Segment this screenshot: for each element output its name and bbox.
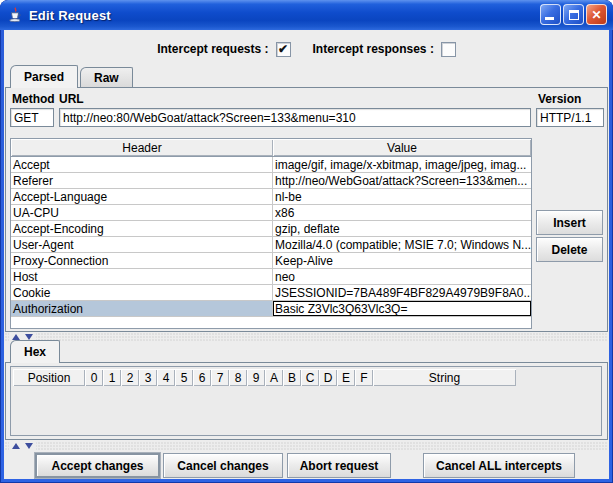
- split-divider-top[interactable]: [5, 333, 608, 341]
- value-cell[interactable]: image/gif, image/x-xbitmap, image/jpeg, …: [273, 157, 531, 172]
- headers-table: Header Value Acceptimage/gif, image/x-xb…: [10, 138, 532, 329]
- parsed-tab-content: Method URL Version GET http://neo:80/Web…: [5, 87, 608, 332]
- method-input[interactable]: GET: [10, 108, 54, 127]
- headers-table-header: Header Value: [11, 139, 531, 157]
- headers-table-body: Acceptimage/gif, image/x-xbitmap, image/…: [11, 157, 531, 328]
- hex-nibble-column[interactable]: C: [301, 369, 319, 386]
- cancel-all-intercepts-button[interactable]: Cancel ALL intercepts: [423, 453, 575, 478]
- java-icon: [7, 7, 23, 23]
- version-label: Version: [538, 92, 581, 106]
- hex-position-column[interactable]: Position: [13, 369, 85, 386]
- header-cell[interactable]: Host: [11, 269, 273, 284]
- header-cell[interactable]: Cookie: [11, 285, 273, 300]
- hex-nibble-column[interactable]: 8: [229, 369, 247, 386]
- hex-nibble-column[interactable]: 6: [193, 369, 211, 386]
- accept-changes-button[interactable]: Accept changes: [35, 453, 160, 478]
- table-row[interactable]: Acceptimage/gif, image/x-xbitmap, image/…: [11, 157, 531, 173]
- window-controls: ✕: [540, 4, 607, 25]
- request-tabpane: Parsed Raw Method URL Version GET http:/…: [5, 66, 608, 332]
- value-cell-editor[interactable]: Basic Z3Vlc3Q63Vlc3Q=: [273, 301, 531, 316]
- window-title: Edit Request: [29, 8, 111, 23]
- divider-arrows: [9, 442, 36, 450]
- close-button[interactable]: ✕: [586, 4, 607, 25]
- header-cell[interactable]: Referer: [11, 173, 273, 188]
- value-cell[interactable]: Mozilla/4.0 (compatible; MSIE 7.0; Windo…: [273, 237, 531, 252]
- hex-nibble-column[interactable]: 7: [211, 369, 229, 386]
- value-cell[interactable]: x86: [273, 205, 531, 220]
- table-row[interactable]: UA-CPUx86: [11, 205, 531, 221]
- tab-raw[interactable]: Raw: [80, 67, 133, 87]
- request-tabs: Parsed Raw: [5, 66, 608, 87]
- delete-button[interactable]: Delete: [536, 237, 603, 262]
- close-icon: ✕: [591, 8, 601, 22]
- hex-tabs: Hex: [5, 341, 608, 362]
- hex-table: Position0123456789ABCDEFString: [10, 366, 602, 436]
- hex-header-row: Position0123456789ABCDEFString: [13, 369, 516, 386]
- method-label: Method: [12, 92, 55, 106]
- value-cell[interactable]: neo: [273, 269, 531, 284]
- minimize-icon: [545, 17, 554, 20]
- hex-nibble-column[interactable]: D: [319, 369, 337, 386]
- hex-nibble-column[interactable]: A: [265, 369, 283, 386]
- url-label: URL: [59, 92, 84, 106]
- table-row[interactable]: Proxy-ConnectionKeep-Alive: [11, 253, 531, 269]
- header-cell[interactable]: Accept: [11, 157, 273, 172]
- value-cell[interactable]: gzip, deflate: [273, 221, 531, 236]
- value-cell[interactable]: JSESSIONID=7BA489F4BF829A4979B9F8A0...: [273, 285, 531, 300]
- url-input[interactable]: http://neo:80/WebGoat/attack?Screen=133&…: [59, 108, 531, 127]
- header-cell[interactable]: Authorization: [11, 301, 273, 316]
- expand-down-icon[interactable]: [25, 443, 33, 449]
- hex-nibble-column[interactable]: 9: [247, 369, 265, 386]
- table-row[interactable]: Hostneo: [11, 269, 531, 285]
- hex-string-column[interactable]: String: [373, 369, 516, 386]
- value-cell[interactable]: nl-be: [273, 189, 531, 204]
- hex-nibble-column[interactable]: E: [337, 369, 355, 386]
- table-row[interactable]: Refererhttp://neo/WebGoat/attack?Screen=…: [11, 173, 531, 189]
- hex-nibble-column[interactable]: F: [355, 369, 373, 386]
- table-row[interactable]: User-AgentMozilla/4.0 (compatible; MSIE …: [11, 237, 531, 253]
- hex-tab-content: Position0123456789ABCDEFString: [5, 362, 608, 440]
- intercept-responses-checkbox[interactable]: ✔: [441, 42, 456, 57]
- version-input[interactable]: HTTP/1.1: [536, 108, 604, 127]
- hex-nibble-column[interactable]: 1: [103, 369, 121, 386]
- table-row[interactable]: Accept-Languagenl-be: [11, 189, 531, 205]
- header-cell[interactable]: Accept-Encoding: [11, 221, 273, 236]
- hex-nibble-column[interactable]: B: [283, 369, 301, 386]
- header-cell[interactable]: User-Agent: [11, 237, 273, 252]
- maximize-icon: [569, 10, 579, 20]
- split-divider-bottom[interactable]: [5, 442, 608, 450]
- hex-nibble-column[interactable]: 2: [121, 369, 139, 386]
- header-cell[interactable]: UA-CPU: [11, 205, 273, 220]
- intercept-requests-checkbox[interactable]: ✔: [276, 42, 291, 57]
- value-cell[interactable]: http://neo/WebGoat/attack?Screen=133&men…: [273, 173, 531, 188]
- hex-nibble-column[interactable]: 3: [139, 369, 157, 386]
- title-bar[interactable]: Edit Request ✕: [0, 0, 613, 30]
- hex-nibble-column[interactable]: 0: [85, 369, 103, 386]
- table-row[interactable]: CookieJSESSIONID=7BA489F4BF829A4979B9F8A…: [11, 285, 531, 301]
- value-column-title[interactable]: Value: [273, 139, 531, 156]
- intercept-options-row: Intercept requests : ✔ Intercept respons…: [4, 39, 609, 59]
- value-cell[interactable]: Keep-Alive: [273, 253, 531, 268]
- table-row[interactable]: Accept-Encodinggzip, deflate: [11, 221, 531, 237]
- hex-nibble-column[interactable]: 4: [157, 369, 175, 386]
- hex-tabpane: Hex Position0123456789ABCDEFString: [5, 341, 608, 440]
- abort-request-button[interactable]: Abort request: [287, 453, 391, 478]
- tab-hex[interactable]: Hex: [10, 340, 60, 363]
- maximize-button[interactable]: [563, 4, 584, 25]
- tab-parsed[interactable]: Parsed: [10, 65, 78, 88]
- hex-nibble-column[interactable]: 5: [175, 369, 193, 386]
- check-icon: ✔: [278, 43, 288, 55]
- table-row[interactable]: AuthorizationBasic Z3Vlc3Q63Vlc3Q=: [11, 301, 531, 317]
- header-cell[interactable]: Proxy-Connection: [11, 253, 273, 268]
- insert-button[interactable]: Insert: [536, 210, 603, 235]
- intercept-requests-label: Intercept requests :: [157, 42, 268, 56]
- dialog-content: Intercept requests : ✔ Intercept respons…: [4, 30, 609, 479]
- edit-request-window: Edit Request ✕ Intercept requests : ✔ In…: [0, 0, 613, 483]
- header-column-title[interactable]: Header: [11, 139, 273, 156]
- cancel-changes-button[interactable]: Cancel changes: [163, 453, 283, 478]
- collapse-up-icon[interactable]: [12, 443, 20, 449]
- header-cell[interactable]: Accept-Language: [11, 189, 273, 204]
- intercept-responses-label: Intercept responses :: [313, 42, 434, 56]
- minimize-button[interactable]: [540, 4, 561, 25]
